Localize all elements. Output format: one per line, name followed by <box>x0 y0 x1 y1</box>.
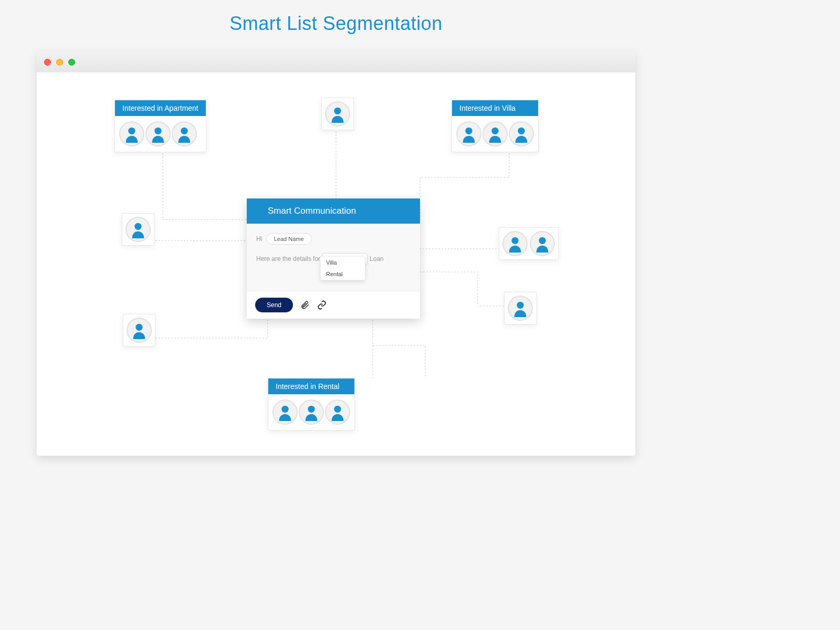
segment-header: Interested in Apartment <box>115 100 206 116</box>
avatar-icon <box>502 231 528 256</box>
diagram-canvas: Interested in Apartment Interested in Vi… <box>37 72 635 456</box>
avatar-icon <box>509 121 534 146</box>
svg-point-2 <box>181 128 187 134</box>
svg-point-3 <box>465 128 472 134</box>
segment-card-apartment: Interested in Apartment <box>114 100 206 152</box>
svg-point-5 <box>518 128 524 134</box>
send-button[interactable]: Send <box>255 298 293 312</box>
svg-point-10 <box>134 223 141 230</box>
svg-point-4 <box>491 128 498 134</box>
avatar-node <box>321 98 354 130</box>
avatar-node <box>123 314 155 346</box>
segment-header: Interested in Rental <box>268 379 354 394</box>
segment-card-villa: Interested in Villa <box>452 100 539 152</box>
svg-point-11 <box>135 324 142 331</box>
avatar-icon <box>272 400 298 425</box>
svg-point-12 <box>511 237 518 244</box>
maximize-icon[interactable] <box>68 59 75 66</box>
avatar-icon <box>172 121 197 146</box>
close-icon[interactable] <box>44 59 51 66</box>
avatar-node <box>122 213 154 246</box>
avatar-icon <box>530 231 555 256</box>
avatar-icon <box>325 400 350 425</box>
svg-point-9 <box>334 108 341 114</box>
svg-point-7 <box>308 406 314 413</box>
window-titlebar <box>37 51 635 72</box>
dropdown-menu: Villa Rental <box>320 256 365 280</box>
app-window: Interested in Apartment Interested in Vi… <box>37 51 635 456</box>
panel-header: Smart Communication <box>247 198 420 224</box>
avatar-icon <box>119 121 144 146</box>
avatar-icon <box>482 121 508 146</box>
svg-point-8 <box>334 406 341 413</box>
panel-footer: Send <box>247 291 420 319</box>
avatar-icon <box>127 318 152 343</box>
lead-name-chip[interactable]: Lead Name <box>266 233 312 245</box>
avatar-node <box>504 292 537 324</box>
greeting-text: Hi <box>256 235 262 243</box>
svg-point-6 <box>281 406 288 413</box>
link-icon[interactable] <box>317 300 327 310</box>
segment-card-rental: Interested in Rental <box>268 378 355 430</box>
avatar-node <box>499 227 559 260</box>
svg-point-1 <box>154 128 161 134</box>
avatar-icon <box>299 400 324 425</box>
avatar-icon <box>125 217 151 242</box>
dropdown-option-villa[interactable]: Villa <box>321 257 365 268</box>
paperclip-icon[interactable] <box>300 300 310 310</box>
avatar-icon <box>456 121 481 146</box>
minimize-icon[interactable] <box>56 59 63 66</box>
svg-point-0 <box>128 128 135 134</box>
page-title: Smart List Segmentation <box>0 0 672 45</box>
dropdown-option-rental[interactable]: Rental <box>321 268 365 280</box>
avatar-icon <box>145 121 171 146</box>
svg-point-13 <box>539 237 545 244</box>
details-prefix-text: Here are the details for <box>256 255 320 262</box>
details-suffix-text: Loan <box>370 255 384 262</box>
panel-body: Hi Lead Name Here are the details for Ap… <box>247 224 420 291</box>
svg-point-14 <box>517 302 523 309</box>
smart-communication-panel: Smart Communication Hi Lead Name Here ar… <box>247 198 420 319</box>
segment-header: Interested in Villa <box>452 100 538 116</box>
avatar-icon <box>508 296 533 321</box>
avatar-icon <box>325 101 350 127</box>
